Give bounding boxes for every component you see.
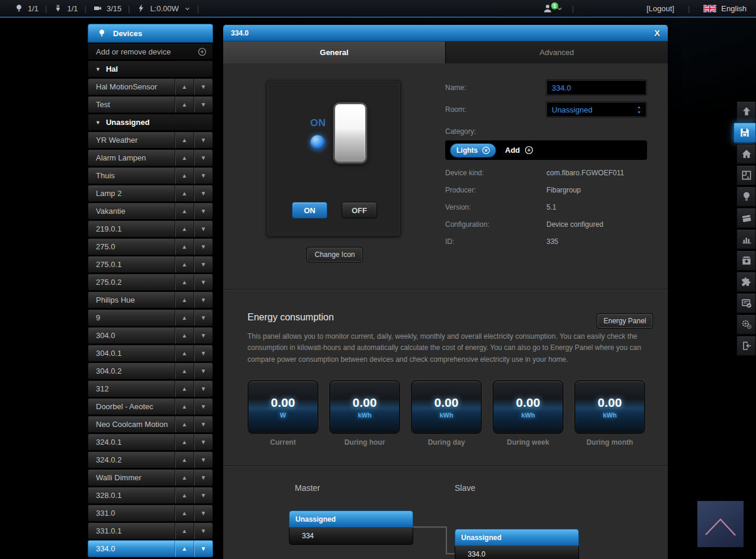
sidebar-item-doorbel-aeotec[interactable]: Doorbel - Aeotec▲▼ [88,398,213,415]
move-up-button[interactable]: ▲ [175,434,194,450]
toolbar-save-button[interactable] [734,123,756,143]
sidebar-item-312[interactable]: 312▲▼ [88,380,213,397]
move-up-button[interactable]: ▲ [175,541,194,557]
sidebar-item-331-0[interactable]: 331.0▲▼ [88,505,213,522]
move-up-button[interactable]: ▲ [175,452,194,468]
tab-advanced[interactable]: Advanced [446,41,668,63]
move-up-button[interactable]: ▲ [175,292,194,308]
move-down-button[interactable]: ▼ [194,274,213,290]
move-down-button[interactable]: ▼ [194,363,213,379]
move-down-button[interactable]: ▼ [194,541,213,557]
move-up-button[interactable]: ▲ [175,97,194,113]
sidebar-item-yr-weather[interactable]: YR Weather▲▼ [88,131,213,149]
sidebar-item-334-0[interactable]: 334.0▲▼ [88,540,213,557]
change-icon-button[interactable]: Change Icon [307,248,362,262]
move-up-button[interactable]: ▲ [175,345,194,361]
move-down-button[interactable]: ▼ [194,185,213,201]
add-category-button[interactable]: Add [505,145,534,155]
move-down-button[interactable]: ▼ [194,132,213,148]
move-up-button[interactable]: ▲ [175,487,194,503]
sidebar-section-hal[interactable]: ▼Hal [88,60,213,78]
toolbar-home-button[interactable] [736,144,756,164]
name-input[interactable] [546,80,646,95]
status-plug[interactable]: 1/1 [53,4,78,13]
move-down-button[interactable]: ▼ [194,505,213,521]
sidebar-item-304-0[interactable]: 304.0▲▼ [88,327,213,344]
move-down-button[interactable]: ▼ [194,434,213,450]
sidebar-item-275-0-2[interactable]: 275.0.2▲▼ [88,274,213,291]
move-up-button[interactable]: ▲ [175,363,194,379]
move-down-button[interactable]: ▼ [194,470,213,486]
toolbar-settings-button[interactable] [736,314,756,335]
status-camera[interactable]: 3/15 [93,4,121,13]
move-up-button[interactable]: ▲ [175,79,194,95]
move-down-button[interactable]: ▼ [194,97,213,113]
sidebar-item-alarm-lampen[interactable]: Alarm Lampen▲▼ [88,149,213,166]
status-bolt[interactable]: L:0.00W [137,4,191,13]
toolbar-panels-button[interactable] [736,293,756,313]
turn-off-button[interactable]: OFF [342,202,377,219]
move-down-button[interactable]: ▼ [194,399,213,415]
move-down-button[interactable]: ▼ [194,416,213,432]
sidebar-item-9[interactable]: 9▲▼ [88,309,213,326]
move-up-button[interactable]: ▲ [175,399,194,415]
toolbar-exit-button[interactable] [736,336,756,356]
move-down-button[interactable]: ▼ [194,345,213,361]
toolbar-updates-button[interactable] [736,250,756,271]
slave-group-header[interactable]: Unassigned [455,529,579,546]
move-up-button[interactable]: ▲ [175,256,194,272]
sidebar-item-test[interactable]: Test▲▼ [88,96,213,113]
sidebar-item-neo-coolcam-motion[interactable]: Neo Coolcam Motion▲▼ [88,416,213,433]
sidebar-item-324-0-1[interactable]: 324.0.1▲▼ [88,433,213,451]
move-up-button[interactable]: ▲ [175,274,194,290]
move-down-button[interactable]: ▼ [194,487,213,503]
move-up-button[interactable]: ▲ [175,505,194,521]
toolbar-cameras-button[interactable] [736,208,756,228]
move-down-button[interactable]: ▼ [194,256,213,272]
energy-panel-button[interactable]: Energy Panel [597,314,652,328]
rocker-switch[interactable] [333,102,367,163]
sidebar-item-philips-hue[interactable]: Philips Hue▲▼ [88,291,213,309]
turn-on-button[interactable]: ON [292,202,327,219]
move-down-button[interactable]: ▼ [194,221,213,237]
move-down-button[interactable]: ▼ [194,79,213,95]
master-group-header[interactable]: Unassigned [289,510,413,528]
sidebar-item-304-0-1[interactable]: 304.0.1▲▼ [88,345,213,362]
sidebar-section-unassigned[interactable]: ▼Unassigned [88,114,213,131]
sidebar-item-thuis[interactable]: Thuis▲▼ [88,167,213,184]
toolbar-statistics-button[interactable] [736,229,756,249]
toolbar-devices-button[interactable] [736,187,756,207]
move-up-button[interactable]: ▲ [175,523,194,539]
sidebar-item-walli-dimmer[interactable]: Walli Dimmer▲▼ [88,469,213,486]
user-menu[interactable]: 1 | [542,0,580,17]
sidebar-item-328-0-1[interactable]: 328.0.1▲▼ [88,487,213,504]
sidebar-item-lamp-2[interactable]: Lamp 2▲▼ [88,185,213,202]
category-tag-lights[interactable]: Lights [450,143,496,158]
move-up-button[interactable]: ▲ [175,221,194,237]
sidebar-item-275-0[interactable]: 275.0▲▼ [88,238,213,255]
sidebar-item-219-0-1[interactable]: 219.0.1▲▼ [88,220,213,237]
room-select[interactable]: Unassigned [546,102,646,117]
move-up-button[interactable]: ▲ [175,416,194,432]
logout-link[interactable]: [Logout] [646,4,674,13]
sidebar-item-vakantie[interactable]: Vakantie▲▼ [88,203,213,220]
move-down-button[interactable]: ▼ [194,239,213,255]
sidebar-item-275-0-1[interactable]: 275.0.1▲▼ [88,256,213,273]
sidebar-item-331-0-1[interactable]: 331.0.1▲▼ [88,522,213,539]
move-down-button[interactable]: ▼ [194,203,213,219]
move-up-button[interactable]: ▲ [175,203,194,219]
move-up-button[interactable]: ▲ [175,150,194,166]
tab-general[interactable]: General [223,41,446,63]
toolbar-plugins-button[interactable] [736,272,756,292]
remove-category-icon[interactable] [481,146,491,155]
close-icon[interactable]: X [654,28,660,38]
move-down-button[interactable]: ▼ [194,327,213,343]
dialog-titlebar[interactable]: 334.0 X [223,25,668,41]
move-down-button[interactable]: ▼ [194,381,213,397]
sidebar-item-324-0-2[interactable]: 324.0.2▲▼ [88,451,213,468]
add-or-remove-device-button[interactable]: Add or remove device [88,43,213,60]
sidebar-item-hal-motionsensor[interactable]: Hal MotionSensor▲▼ [88,78,213,95]
move-up-button[interactable]: ▲ [175,185,194,201]
status-bulb[interactable]: 1/1 [14,4,38,13]
move-up-button[interactable]: ▲ [175,310,194,326]
